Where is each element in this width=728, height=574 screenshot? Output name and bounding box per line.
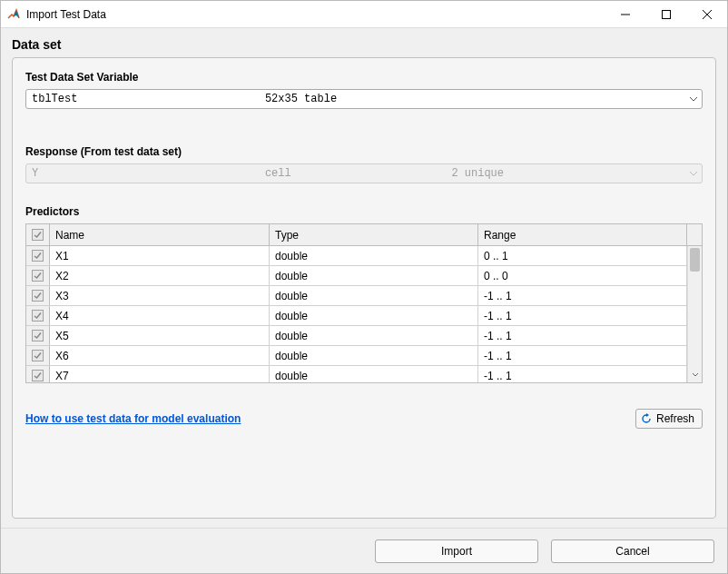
variable-dropdown[interactable]: tblTest 52x35 table [25, 89, 703, 109]
import-button[interactable]: Import [375, 539, 538, 563]
table-row[interactable]: X3double-1 .. 1 [26, 286, 687, 306]
close-button[interactable] [686, 1, 727, 28]
scrollbar-arrow-down-icon[interactable] [688, 368, 702, 381]
row-checkbox-cell[interactable] [26, 286, 50, 305]
import-test-data-window: Import Test Data Data set Test Data Set … [0, 0, 728, 574]
svg-rect-1 [662, 10, 670, 18]
table-row[interactable]: X1double0 .. 1 [26, 246, 687, 266]
variable-name: tblTest [32, 93, 265, 105]
help-link[interactable]: How to use test data for model evaluatio… [25, 412, 241, 425]
data-set-panel: Test Data Set Variable tblTest 52x35 tab… [12, 57, 716, 519]
label-response: Response (From test data set) [25, 145, 703, 158]
row-checkbox[interactable] [32, 330, 44, 341]
section-title: Data set [12, 37, 716, 52]
row-checkbox-cell[interactable] [26, 266, 50, 285]
table-row[interactable]: X4double-1 .. 1 [26, 306, 687, 326]
table-row[interactable]: X6double-1 .. 1 [26, 346, 687, 366]
row-checkbox-cell[interactable] [26, 346, 50, 365]
bottom-bar: Import Cancel [1, 528, 727, 573]
row-checkbox[interactable] [32, 350, 44, 361]
table-body: X1double0 .. 1X2double0 .. 0X3double-1 .… [26, 246, 702, 382]
row-name: X3 [50, 286, 270, 305]
table-row[interactable]: X7double-1 .. 1 [26, 366, 687, 382]
row-type: double [270, 306, 478, 325]
row-checkbox-cell[interactable] [26, 306, 50, 325]
row-type: double [270, 366, 478, 382]
row-checkbox[interactable] [32, 370, 44, 381]
response-unique: 2 unique [451, 167, 698, 180]
table-row[interactable]: X2double0 .. 0 [26, 266, 687, 286]
row-range: -1 .. 1 [478, 366, 687, 382]
row-checkbox-cell[interactable] [26, 366, 50, 382]
cancel-button[interactable]: Cancel [551, 539, 714, 563]
matlab-icon [6, 7, 21, 22]
row-name: X1 [50, 246, 270, 265]
maximize-button[interactable] [645, 1, 686, 28]
label-test-data-set-variable: Test Data Set Variable [25, 71, 703, 84]
table-row[interactable]: X5double-1 .. 1 [26, 326, 687, 346]
header-checkbox-col[interactable] [26, 224, 50, 245]
row-range: -1 .. 1 [478, 346, 687, 365]
row-range: 0 .. 1 [478, 246, 687, 265]
vertical-scrollbar[interactable] [687, 246, 702, 382]
table-header: Name Type Range [26, 224, 702, 246]
response-dropdown: Y cell 2 unique [25, 163, 703, 183]
row-type: double [270, 266, 478, 285]
row-name: X4 [50, 306, 270, 325]
row-type: double [270, 246, 478, 265]
row-type: double [270, 326, 478, 345]
refresh-label: Refresh [656, 412, 694, 425]
content-area: Data set Test Data Set Variable tblTest … [1, 28, 727, 528]
row-checkbox-cell[interactable] [26, 246, 50, 265]
header-range[interactable]: Range [478, 224, 687, 245]
response-name: Y [32, 167, 265, 180]
label-predictors: Predictors [25, 205, 703, 218]
row-type: double [270, 286, 478, 305]
row-range: -1 .. 1 [478, 306, 687, 325]
row-name: X5 [50, 326, 270, 345]
row-name: X7 [50, 366, 270, 382]
refresh-button[interactable]: Refresh [635, 409, 703, 429]
predictors-table: Name Type Range X1double0 .. 1X2double0 … [25, 223, 703, 383]
row-range: -1 .. 1 [478, 286, 687, 305]
titlebar: Import Test Data [1, 1, 727, 28]
response-type: cell [265, 167, 452, 180]
row-type: double [270, 346, 478, 365]
row-name: X2 [50, 266, 270, 285]
row-checkbox[interactable] [32, 270, 44, 282]
row-range: 0 .. 0 [478, 266, 687, 285]
scrollbar-thumb[interactable] [690, 248, 700, 272]
header-scroll-spacer [687, 224, 702, 245]
panel-footer: How to use test data for model evaluatio… [25, 409, 703, 429]
header-type[interactable]: Type [270, 224, 478, 245]
window-title: Import Test Data [26, 8, 106, 21]
header-checkbox[interactable] [32, 229, 44, 241]
variable-dims: 52x35 table [265, 93, 452, 105]
header-name[interactable]: Name [50, 224, 270, 245]
row-checkbox[interactable] [32, 290, 44, 302]
row-checkbox[interactable] [32, 250, 44, 262]
row-checkbox[interactable] [32, 310, 44, 322]
chevron-down-icon [689, 93, 698, 105]
row-checkbox-cell[interactable] [26, 326, 50, 345]
row-range: -1 .. 1 [478, 326, 687, 345]
minimize-button[interactable] [605, 1, 645, 28]
refresh-icon [640, 412, 653, 425]
row-name: X6 [50, 346, 270, 365]
